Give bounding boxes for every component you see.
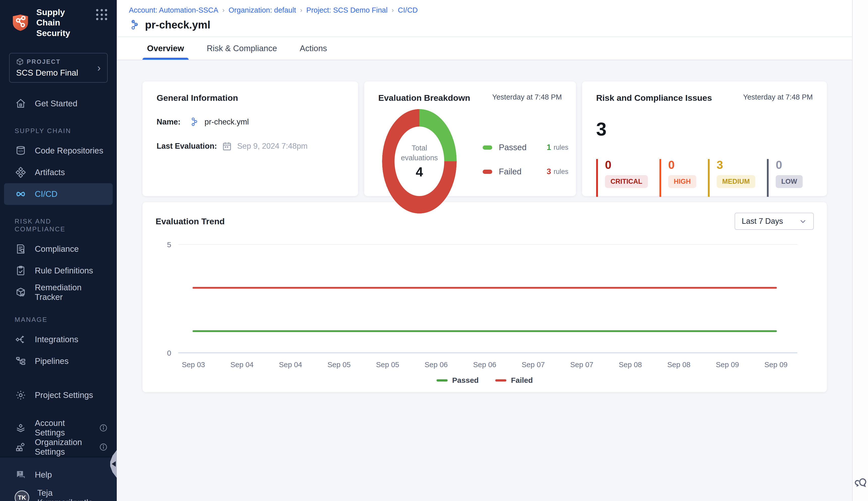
passed-line-icon <box>437 379 448 382</box>
sidebar-item-label: CI/CD <box>35 189 57 199</box>
gear-icon <box>14 389 27 401</box>
project-selector[interactable]: PROJECT SCS Demo Final › <box>9 53 108 83</box>
severity-high: 0 HIGH <box>659 159 697 197</box>
sidebar-item-organization-settings[interactable]: Organization Settings <box>0 437 117 457</box>
severity-low: 0 LOW <box>767 159 803 197</box>
card-title: General Information <box>157 93 344 103</box>
trend-legend: Passed Failed <box>156 376 814 385</box>
failed-line-icon <box>495 379 506 382</box>
clipboard-check-icon <box>14 265 27 277</box>
legend-failed: Failed 3 rules <box>483 167 568 177</box>
legend-passed: Passed 1 rules <box>483 143 568 152</box>
user-name: Teja Kummarikuntla <box>37 488 108 501</box>
x-tick-label: Sep 04 <box>230 361 254 369</box>
organization-settings-icon <box>14 441 27 453</box>
date-range-select[interactable]: Last 7 Days <box>735 213 814 230</box>
sidebar-item-pipelines[interactable]: Pipelines <box>0 350 117 372</box>
sidebar-item-remediation-tracker[interactable]: Remediation Tracker <box>0 281 117 303</box>
sidebar-item-label: Code Repositories <box>35 146 103 156</box>
sidebar-item-label: Rule Definitions <box>35 266 93 276</box>
project-name: SCS Demo Final <box>16 68 97 78</box>
breakdown-legend: Passed 1 rules Failed 3 rules <box>483 143 568 177</box>
general-information-card: General Information Name: pr-check.yml L… <box>143 82 358 196</box>
evaluations-donut-chart: Total evaluations 4 <box>380 108 459 214</box>
sidebar-item-rule-definitions[interactable]: Rule Definitions <box>0 260 117 281</box>
risk-compliance-issues-card: Risk and Compliance Issues Yesterday at … <box>582 82 827 196</box>
trend-legend-label: Passed <box>452 376 479 385</box>
app-root: Supply Chain Security PROJECT SCS Demo F… <box>0 0 868 501</box>
sidebar-item-label: Artifacts <box>35 168 65 177</box>
x-tick-label: Sep 09 <box>764 361 787 369</box>
breadcrumb-cicd[interactable]: CI/CD <box>398 6 418 14</box>
info-icon[interactable] <box>99 424 108 432</box>
integrations-icon <box>14 333 27 345</box>
name-row: Name: pr-check.yml <box>157 117 344 127</box>
repository-icon: </> <box>14 145 27 157</box>
sidebar-item-get-started[interactable]: Get Started <box>0 93 117 115</box>
content: General Information Name: pr-check.yml L… <box>117 60 852 501</box>
project-info: PROJECT SCS Demo Final <box>16 58 97 78</box>
sidebar-item-project-settings[interactable]: Project Settings <box>0 389 117 401</box>
tabbar: Overview Risk & Compliance Actions <box>117 37 852 60</box>
user-menu[interactable]: TK Teja Kummarikuntla <box>0 486 117 501</box>
legend-count: 1 <box>547 143 551 152</box>
severity-count: 0 <box>668 159 697 171</box>
donut-center-label: Total evaluations <box>394 143 445 163</box>
x-tick-label: Sep 05 <box>327 361 351 369</box>
trend-legend-failed: Failed <box>495 376 533 385</box>
card-title: Risk and Compliance Issues <box>596 93 712 103</box>
sidebar-item-help[interactable]: ? Help <box>0 464 117 486</box>
sidebar-item-account-settings[interactable]: Account Settings <box>0 418 117 437</box>
module-grid-icon[interactable] <box>96 9 108 21</box>
legend-unit: rules <box>554 143 568 151</box>
section-supply-chain: SUPPLY CHAIN <box>0 127 117 135</box>
card-title: Evaluation Trend <box>156 216 225 226</box>
card-timestamp: Yesterday at 7:48 PM <box>492 93 562 101</box>
chevron-right-icon: › <box>222 6 225 14</box>
date-range-value: Last 7 Days <box>742 217 783 226</box>
sidebar-item-compliance[interactable]: Compliance <box>0 238 117 260</box>
sidebar-item-label: Organization Settings <box>35 437 91 457</box>
x-tick-label: Sep 08 <box>619 361 642 369</box>
sidebar-item-code-repositories[interactable]: </> Code Repositories <box>0 140 117 161</box>
legend-unit: rules <box>554 168 568 175</box>
breadcrumb-project[interactable]: Project: SCS Demo Final <box>306 6 388 14</box>
breadcrumb: Account: Automation-SSCA › Organization:… <box>129 6 852 14</box>
sidebar-item-label: Compliance <box>35 244 79 254</box>
last-evaluation-value: Sep 9, 2024 7:48pm <box>237 142 307 151</box>
name-value: pr-check.yml <box>205 117 249 127</box>
x-tick-label: Sep 09 <box>716 361 739 369</box>
chat-support-icon[interactable] <box>855 475 868 488</box>
severity-badge: CRITICAL <box>605 175 648 188</box>
legend-count: 3 <box>547 167 551 176</box>
tab-risk-compliance[interactable]: Risk & Compliance <box>205 37 279 60</box>
x-tick-label: Sep 06 <box>425 361 448 369</box>
tab-overview[interactable]: Overview <box>146 37 186 60</box>
pipelines-icon <box>14 355 27 367</box>
sidebar-header: Supply Chain Security <box>0 0 117 44</box>
chevron-right-icon: › <box>300 6 302 14</box>
breadcrumb-organization[interactable]: Organization: default <box>229 6 296 14</box>
chevron-down-icon <box>799 217 807 225</box>
account-settings-icon <box>14 422 27 434</box>
svg-text:</>: </> <box>18 149 23 153</box>
sidebar-item-integrations[interactable]: Integrations <box>0 329 117 350</box>
evaluation-trend-chart: 50Sep 03Sep 04Sep 04Sep 05Sep 05Sep 06Se… <box>156 234 814 375</box>
page-header: Account: Automation-SSCA › Organization:… <box>117 0 852 37</box>
info-icon[interactable] <box>99 443 108 451</box>
help-chat-icon: ? <box>14 469 27 481</box>
sidebar-item-cicd[interactable]: CI/CD <box>4 183 113 205</box>
evaluation-trend-card: Evaluation Trend Last 7 Days 50Sep 03Sep… <box>143 202 827 392</box>
artifacts-icon <box>14 166 27 179</box>
severity-badge: HIGH <box>668 175 697 188</box>
pipeline-file-icon <box>189 117 199 127</box>
sidebar-footer: ? Help TK Teja Kummarikuntla <box>0 457 117 501</box>
severity-critical: 0 CRITICAL <box>596 159 648 197</box>
sidebar-item-artifacts[interactable]: Artifacts <box>0 161 117 183</box>
tab-actions[interactable]: Actions <box>298 37 328 60</box>
breadcrumb-account[interactable]: Account: Automation-SSCA <box>129 6 218 14</box>
name-label: Name: <box>157 117 184 127</box>
severity-medium: 3 MEDIUM <box>708 159 755 197</box>
legend-label: Failed <box>499 167 547 177</box>
app-title: Supply Chain Security <box>36 7 90 38</box>
